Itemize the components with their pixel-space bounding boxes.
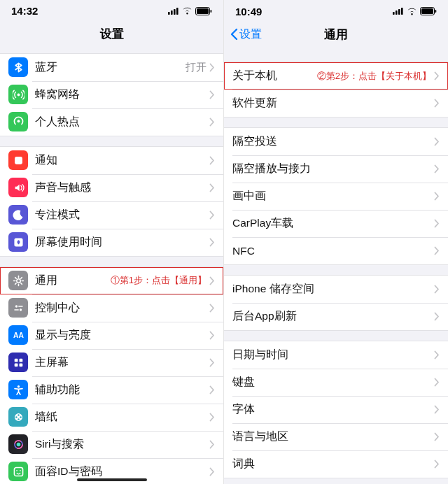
general-screen: 10:49 设置 通用 关于本机②第2步：点击【关于本机】软件更新隔空投送隔空播… — [224, 0, 448, 484]
status-time: 14:32 — [11, 5, 38, 17]
row-label: 蜂窝网络 — [35, 87, 209, 102]
svg-rect-2 — [174, 9, 176, 15]
cellular-icon — [8, 85, 28, 104]
chevron-right-icon — [434, 219, 440, 228]
chevron-right-icon — [209, 413, 215, 422]
chevron-right-icon — [434, 350, 440, 360]
bluetooth-icon — [8, 57, 28, 77]
row-datetime[interactable]: 日期与时间 — [224, 341, 448, 369]
row-label: 显示与亮度 — [35, 328, 209, 343]
row-wallpaper[interactable]: 墙纸 — [0, 404, 223, 431]
signal-icon — [168, 8, 179, 15]
step-annotation: ①第1步：点击【通用】 — [111, 274, 206, 287]
chevron-right-icon — [434, 378, 440, 387]
back-button[interactable]: 设置 — [230, 27, 262, 42]
nav-bar: 设置 通用 — [224, 20, 448, 49]
chevron-right-icon — [209, 440, 215, 449]
row-bgapp[interactable]: 后台App刷新 — [224, 303, 448, 330]
row-label: 隔空投送 — [232, 134, 434, 149]
general-icon — [8, 271, 28, 290]
row-bluetooth[interactable]: 蓝牙打开 — [0, 54, 223, 81]
battery-icon — [195, 7, 212, 15]
row-sound[interactable]: 声音与触感 — [0, 174, 223, 201]
row-label: CarPlay车载 — [232, 216, 434, 231]
settings-group: 通用①第1步：点击【通用】控制中心AA显示与亮度主屏幕辅助功能墙纸Siri与搜索… — [0, 266, 223, 484]
chevron-right-icon — [209, 331, 215, 340]
svg-rect-9 — [15, 157, 22, 164]
chevron-right-icon — [209, 183, 215, 192]
status-indicators — [393, 7, 437, 15]
row-pip[interactable]: 画中画 — [224, 183, 448, 210]
row-dict[interactable]: 词典 — [224, 450, 448, 478]
row-controlcenter[interactable]: 控制中心 — [0, 294, 223, 322]
row-label: 墙纸 — [35, 410, 209, 425]
screentime-icon — [8, 232, 28, 252]
back-label: 设置 — [239, 27, 262, 42]
row-general[interactable]: 通用①第1步：点击【通用】 — [0, 267, 223, 294]
svg-text:AA: AA — [13, 332, 24, 339]
svg-rect-31 — [393, 12, 395, 15]
nav-bar: 设置 — [0, 20, 223, 49]
signal-icon — [393, 8, 404, 15]
row-focus[interactable]: 专注模式 — [0, 201, 223, 229]
svg-rect-15 — [14, 358, 18, 362]
settings-group: 蓝牙打开蜂窝网络个人热点 — [0, 53, 223, 136]
svg-rect-3 — [176, 8, 178, 15]
row-label: 辅助功能 — [35, 383, 209, 397]
row-label: 字体 — [232, 402, 434, 417]
row-accessibility[interactable]: 辅助功能 — [0, 376, 223, 404]
row-label: 专注模式 — [35, 208, 209, 222]
row-lang[interactable]: 语言与地区 — [224, 423, 448, 450]
row-about[interactable]: 关于本机②第2步：点击【关于本机】 — [224, 62, 448, 90]
chevron-right-icon — [434, 432, 440, 441]
faceid-icon — [8, 462, 28, 481]
svg-rect-36 — [421, 8, 433, 14]
row-label: 面容ID与密码 — [35, 464, 209, 479]
settings-group: iPhone 储存空间后台App刷新 — [224, 275, 448, 331]
row-fonts[interactable]: 字体 — [224, 396, 448, 423]
status-indicators — [168, 7, 212, 15]
chevron-right-icon — [434, 405, 440, 414]
row-label: 声音与触感 — [35, 180, 209, 195]
chevron-right-icon — [209, 90, 215, 99]
row-hotspot[interactable]: 个人热点 — [0, 108, 223, 136]
row-label: iPhone 储存空间 — [232, 282, 434, 297]
row-cellular[interactable]: 蜂窝网络 — [0, 81, 223, 108]
settings-group: 日期与时间键盘字体语言与地区词典 — [224, 341, 448, 478]
row-display[interactable]: AA显示与亮度 — [0, 322, 223, 349]
settings-group: 隔空投送隔空播放与接力画中画CarPlay车载NFC — [224, 127, 448, 265]
row-label: NFC — [232, 245, 434, 257]
chevron-left-icon — [230, 28, 238, 41]
chevron-right-icon — [209, 238, 215, 247]
chevron-right-icon — [434, 164, 440, 173]
svg-point-30 — [20, 470, 21, 471]
row-update[interactable]: 软件更新 — [224, 90, 448, 117]
chevron-right-icon — [209, 118, 215, 127]
svg-point-29 — [16, 470, 18, 471]
row-label: 软件更新 — [232, 96, 434, 111]
svg-rect-34 — [401, 8, 403, 15]
row-label: 词典 — [232, 457, 434, 471]
row-airdrop[interactable]: 隔空投送 — [224, 128, 448, 155]
row-storage[interactable]: iPhone 储存空间 — [224, 276, 448, 303]
svg-point-24 — [18, 418, 19, 420]
svg-point-21 — [18, 414, 19, 415]
chevron-right-icon — [434, 192, 440, 201]
row-screentime[interactable]: 屏幕使用时间 — [0, 229, 223, 256]
chevron-right-icon — [434, 312, 440, 321]
row-keyboard[interactable]: 键盘 — [224, 369, 448, 396]
svg-point-27 — [16, 442, 20, 446]
row-carplay[interactable]: CarPlay车载 — [224, 210, 448, 237]
row-nfc[interactable]: NFC — [224, 237, 448, 264]
row-label: 屏幕使用时间 — [35, 235, 209, 250]
row-label: 控制中心 — [35, 301, 209, 315]
svg-point-11 — [16, 279, 20, 283]
row-airplay[interactable]: 隔空播放与接力 — [224, 155, 448, 183]
row-homescreen[interactable]: 主屏幕 — [0, 349, 223, 376]
hotspot-icon — [8, 112, 28, 131]
row-siri[interactable]: Siri与搜索 — [0, 431, 223, 458]
row-label: 主屏幕 — [35, 355, 209, 370]
row-notifications[interactable]: 通知 — [0, 147, 223, 174]
chevron-right-icon — [434, 285, 440, 294]
chevron-right-icon — [209, 211, 215, 220]
